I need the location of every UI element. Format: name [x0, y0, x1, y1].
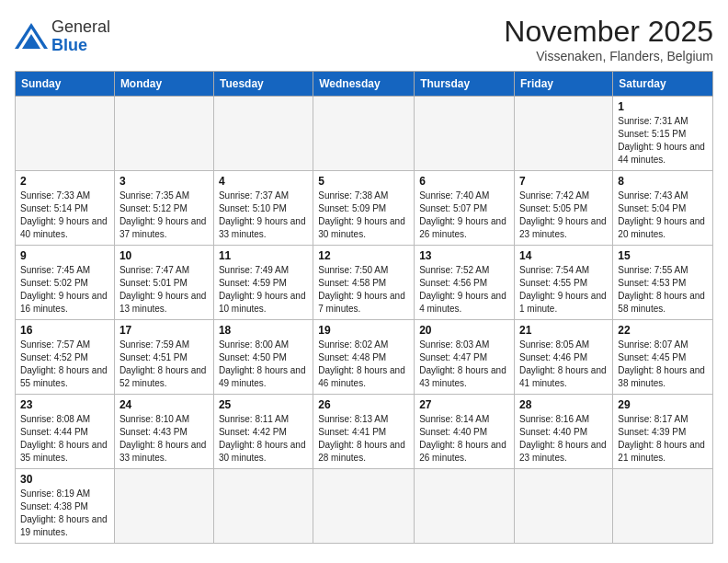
day-number: 26 [318, 398, 409, 411]
location: Vissenaken, Flanders, Belgium [504, 49, 713, 63]
day-number: 16 [20, 324, 109, 337]
day-info: Sunrise: 8:11 AMSunset: 4:42 PMDaylight:… [219, 413, 308, 465]
title-block: November 2025 Vissenaken, Flanders, Belg… [504, 15, 713, 63]
day-info: Sunrise: 7:45 AMSunset: 5:02 PMDaylight:… [20, 264, 109, 316]
day-info: Sunrise: 7:59 AMSunset: 4:51 PMDaylight:… [119, 339, 209, 390]
logo-icon [15, 23, 48, 51]
day-cell: 19Sunrise: 8:02 AMSunset: 4:48 PMDayligh… [313, 320, 415, 395]
day-cell: 15Sunrise: 7:55 AMSunset: 4:53 PMDayligh… [613, 246, 713, 320]
day-cell: 16Sunrise: 7:57 AMSunset: 4:52 PMDayligh… [16, 320, 115, 395]
day-cell: 4Sunrise: 7:37 AMSunset: 5:10 PMDaylight… [213, 171, 313, 246]
day-cell [16, 97, 115, 171]
week-row-1: 2Sunrise: 7:33 AMSunset: 5:14 PMDaylight… [16, 171, 713, 246]
weekday-header-thursday: Thursday [415, 72, 515, 97]
day-number: 20 [419, 324, 509, 337]
day-number: 2 [20, 175, 109, 188]
day-info: Sunrise: 7:37 AMSunset: 5:10 PMDaylight:… [219, 190, 308, 241]
day-number: 28 [519, 398, 608, 411]
day-info: Sunrise: 8:03 AMSunset: 4:47 PMDaylight:… [419, 339, 509, 390]
day-number: 10 [119, 249, 209, 262]
day-info: Sunrise: 7:55 AMSunset: 4:53 PMDaylight:… [618, 264, 708, 316]
day-info: Sunrise: 8:02 AMSunset: 4:48 PMDaylight:… [318, 339, 409, 390]
day-cell: 23Sunrise: 8:08 AMSunset: 4:44 PMDayligh… [16, 395, 115, 469]
day-info: Sunrise: 7:50 AMSunset: 4:58 PMDaylight:… [318, 264, 409, 316]
day-number: 6 [419, 175, 509, 188]
day-cell [313, 469, 415, 544]
day-cell: 12Sunrise: 7:50 AMSunset: 4:58 PMDayligh… [313, 246, 415, 320]
day-cell: 14Sunrise: 7:54 AMSunset: 4:55 PMDayligh… [515, 246, 613, 320]
day-info: Sunrise: 7:49 AMSunset: 4:59 PMDaylight:… [219, 264, 308, 316]
day-number: 11 [219, 249, 308, 262]
day-info: Sunrise: 7:47 AMSunset: 5:01 PMDaylight:… [119, 264, 209, 316]
day-info: Sunrise: 8:16 AMSunset: 4:40 PMDaylight:… [519, 413, 608, 465]
weekday-row: SundayMondayTuesdayWednesdayThursdayFrid… [16, 72, 713, 97]
day-number: 12 [318, 249, 409, 262]
day-cell [415, 97, 515, 171]
day-cell [114, 469, 213, 544]
day-number: 15 [618, 249, 708, 262]
day-cell: 10Sunrise: 7:47 AMSunset: 5:01 PMDayligh… [114, 246, 213, 320]
day-number: 17 [119, 324, 209, 337]
day-cell: 27Sunrise: 8:14 AMSunset: 4:40 PMDayligh… [415, 395, 515, 469]
day-number: 3 [119, 175, 209, 188]
day-cell [515, 97, 613, 171]
day-number: 22 [618, 324, 708, 337]
day-number: 25 [219, 398, 308, 411]
day-info: Sunrise: 8:00 AMSunset: 4:50 PMDaylight:… [219, 339, 308, 390]
day-info: Sunrise: 7:57 AMSunset: 4:52 PMDaylight:… [20, 339, 109, 390]
day-cell: 9Sunrise: 7:45 AMSunset: 5:02 PMDaylight… [16, 246, 115, 320]
day-number: 9 [20, 249, 109, 262]
week-row-0: 1Sunrise: 7:31 AMSunset: 5:15 PMDaylight… [16, 97, 713, 171]
day-cell: 3Sunrise: 7:35 AMSunset: 5:12 PMDaylight… [114, 171, 213, 246]
day-cell [313, 97, 415, 171]
weekday-header-tuesday: Tuesday [213, 72, 313, 97]
day-info: Sunrise: 7:52 AMSunset: 4:56 PMDaylight:… [419, 264, 509, 316]
day-cell: 30Sunrise: 8:19 AMSunset: 4:38 PMDayligh… [16, 469, 115, 544]
month-title: November 2025 [504, 15, 713, 49]
day-number: 14 [519, 249, 608, 262]
day-cell [415, 469, 515, 544]
day-info: Sunrise: 8:05 AMSunset: 4:46 PMDaylight:… [519, 339, 608, 390]
day-cell [114, 97, 213, 171]
weekday-header-saturday: Saturday [613, 72, 713, 97]
weekday-header-friday: Friday [515, 72, 613, 97]
day-info: Sunrise: 7:38 AMSunset: 5:09 PMDaylight:… [318, 190, 409, 241]
day-number: 5 [318, 175, 409, 188]
logo-text: General Blue [51, 18, 110, 55]
week-row-2: 9Sunrise: 7:45 AMSunset: 5:02 PMDaylight… [16, 246, 713, 320]
day-info: Sunrise: 8:19 AMSunset: 4:38 PMDaylight:… [20, 488, 109, 539]
weekday-header-sunday: Sunday [16, 72, 115, 97]
day-cell: 20Sunrise: 8:03 AMSunset: 4:47 PMDayligh… [415, 320, 515, 395]
day-info: Sunrise: 8:10 AMSunset: 4:43 PMDaylight:… [119, 413, 209, 465]
calendar-table: SundayMondayTuesdayWednesdayThursdayFrid… [15, 71, 713, 544]
header: General Blue November 2025 Vissenaken, F… [15, 15, 713, 63]
day-info: Sunrise: 8:13 AMSunset: 4:41 PMDaylight:… [318, 413, 409, 465]
logo: General Blue [15, 18, 110, 55]
logo-general: General [51, 17, 110, 36]
day-number: 30 [20, 473, 109, 486]
week-row-3: 16Sunrise: 7:57 AMSunset: 4:52 PMDayligh… [16, 320, 713, 395]
week-row-5: 30Sunrise: 8:19 AMSunset: 4:38 PMDayligh… [16, 469, 713, 544]
day-info: Sunrise: 8:17 AMSunset: 4:39 PMDaylight:… [618, 413, 708, 465]
day-cell: 13Sunrise: 7:52 AMSunset: 4:56 PMDayligh… [415, 246, 515, 320]
day-cell [213, 469, 313, 544]
day-info: Sunrise: 7:43 AMSunset: 5:04 PMDaylight:… [618, 190, 708, 241]
logo-blue: Blue [51, 36, 87, 54]
day-number: 7 [519, 175, 608, 188]
calendar-body: 1Sunrise: 7:31 AMSunset: 5:15 PMDaylight… [16, 97, 713, 544]
day-cell: 7Sunrise: 7:42 AMSunset: 5:05 PMDaylight… [515, 171, 613, 246]
day-info: Sunrise: 8:08 AMSunset: 4:44 PMDaylight:… [20, 413, 109, 465]
day-cell: 22Sunrise: 8:07 AMSunset: 4:45 PMDayligh… [613, 320, 713, 395]
day-cell [515, 469, 613, 544]
day-number: 27 [419, 398, 509, 411]
day-cell: 17Sunrise: 7:59 AMSunset: 4:51 PMDayligh… [114, 320, 213, 395]
day-number: 24 [119, 398, 209, 411]
day-number: 8 [618, 175, 708, 188]
day-number: 23 [20, 398, 109, 411]
day-cell: 6Sunrise: 7:40 AMSunset: 5:07 PMDaylight… [415, 171, 515, 246]
day-cell: 21Sunrise: 8:05 AMSunset: 4:46 PMDayligh… [515, 320, 613, 395]
day-info: Sunrise: 7:35 AMSunset: 5:12 PMDaylight:… [119, 190, 209, 241]
day-info: Sunrise: 7:33 AMSunset: 5:14 PMDaylight:… [20, 190, 109, 241]
day-cell [213, 97, 313, 171]
day-cell [613, 469, 713, 544]
